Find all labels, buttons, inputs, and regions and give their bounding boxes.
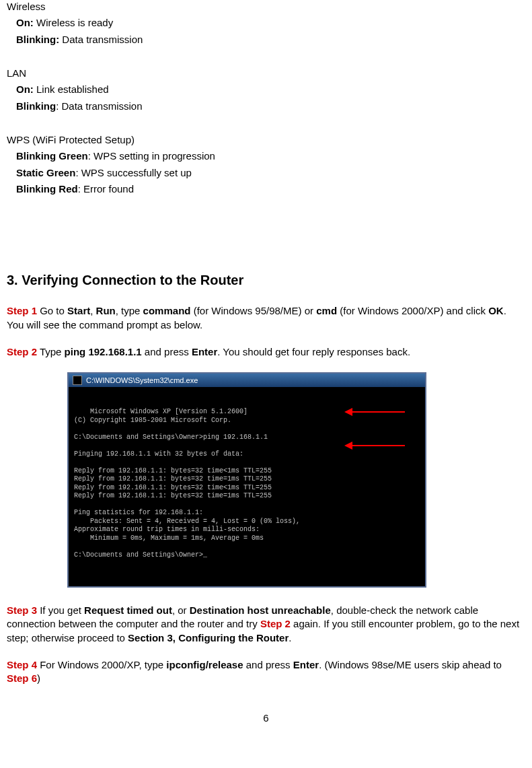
led-item: Blinking: Data transmission (16, 33, 525, 46)
step2-text: Step 2 Type ping 192.168.1.1 and press E… (7, 345, 525, 359)
led-section: WPS (WiFi Protected Setup)Blinking Green… (7, 133, 525, 212)
led-section: WirelessOn: Wireless is readyBlinking: D… (7, 0, 525, 63)
cmd-title: C:\WINDOWS\System32\cmd.exe (86, 376, 198, 384)
annotation-arrow (351, 411, 405, 413)
step-label: Step 3 (7, 604, 37, 616)
led-section-title: LAN (7, 67, 525, 80)
step-label: Step 2 (7, 346, 37, 357)
led-section-title: Wireless (7, 0, 525, 13)
section-heading: 3. Verifying Connection to the Router (7, 273, 525, 288)
cmd-body: Microsoft Windows XP [Version 5.1.2600] … (69, 387, 425, 586)
cmd-output: Microsoft Windows XP [Version 5.1.2600] … (74, 408, 300, 559)
step-label: Step 1 (7, 305, 37, 316)
step-label: Step 4 (7, 659, 37, 670)
led-item: Blinking: Data transmission (16, 100, 525, 113)
led-section-title: WPS (WiFi Protected Setup) (7, 133, 525, 147)
page-number: 6 (7, 712, 525, 724)
led-item: On: Wireless is ready (16, 16, 525, 30)
led-item: On: Link established (16, 83, 525, 96)
step1-text: Step 1 Go to Start, Run, type command (f… (7, 304, 525, 332)
cmd-titlebar: C:\WINDOWS\System32\cmd.exe (69, 374, 425, 387)
cmd-screenshot: C:\WINDOWS\System32\cmd.exe Microsoft Wi… (67, 372, 426, 588)
led-status-sections: WirelessOn: Wireless is readyBlinking: D… (7, 0, 525, 212)
cmd-icon (73, 376, 82, 385)
annotation-arrow (351, 445, 405, 446)
led-item: Blinking Red: Error found (16, 182, 525, 196)
led-item: Blinking Green: WPS setting in progressi… (16, 149, 525, 163)
step4-text: Step 4 For Windows 2000/XP, type ipconfi… (7, 658, 525, 686)
step3-text: Step 3 If you get Request timed out, or … (7, 604, 525, 645)
led-section: LANOn: Link establishedBlinking: Data tr… (7, 67, 525, 129)
led-item: Static Green: WPS successfully set up (16, 166, 525, 180)
